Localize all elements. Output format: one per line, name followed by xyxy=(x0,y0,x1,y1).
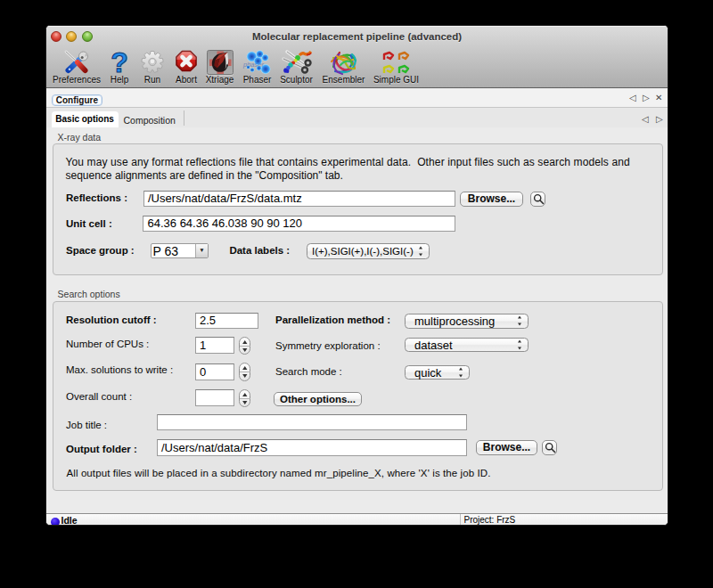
svg-text:?: ? xyxy=(111,50,128,75)
svg-text:phaser: phaser xyxy=(242,61,264,69)
